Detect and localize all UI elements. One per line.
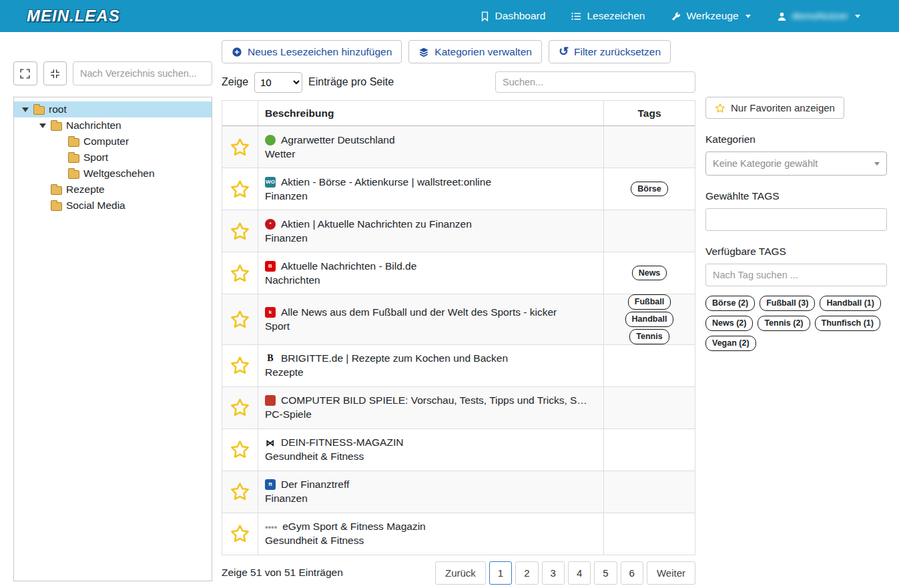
tag-pill[interactable]: Vegan (2) — [705, 336, 756, 351]
favorites-only-button[interactable]: Nur Favoriten anzeigen — [705, 97, 844, 119]
tag-pill[interactable]: Börse (2) — [705, 296, 755, 311]
bookmark-title[interactable]: Agrarwetter Deutschland — [281, 134, 395, 146]
tree-node-label: Nachrichten — [66, 119, 121, 131]
layers-icon — [418, 47, 429, 57]
tags-column-header[interactable]: Tags — [603, 101, 695, 125]
nav-dashboard[interactable]: Dashboard — [479, 10, 546, 22]
bookmark-tags-cell: News — [603, 252, 695, 294]
table-search-input[interactable] — [495, 71, 695, 93]
tag-pill[interactable]: Handball — [625, 312, 674, 327]
favorite-star-icon[interactable] — [230, 263, 250, 284]
tag-pill[interactable]: Thunfisch (1) — [815, 316, 880, 331]
bookmark-row[interactable]: B BRIGITTE.de | Rezepte zum Kochen und B… — [222, 345, 695, 387]
bookmark-row[interactable]: k Alle News aus dem Fußball und der Welt… — [222, 294, 695, 345]
tag-search-input[interactable] — [705, 264, 887, 286]
favorite-star-icon[interactable] — [230, 523, 250, 544]
page-number-button[interactable]: 4 — [568, 561, 591, 585]
collapse-all-button[interactable] — [43, 61, 67, 85]
favorite-star-icon[interactable] — [230, 481, 250, 502]
pagination: Zurück 123456 Weiter — [432, 561, 695, 585]
bookmark-tags-cell — [603, 387, 695, 428]
tree-node[interactable]: Weltgeschehen — [14, 166, 212, 182]
bookmark-row[interactable]: WO Aktien - Börse - Aktienkurse | wallst… — [222, 168, 695, 210]
selected-tags-input[interactable] — [705, 208, 887, 231]
favorite-star-icon[interactable] — [230, 355, 250, 376]
nav-lesezeichen[interactable]: Lesezeichen — [571, 10, 645, 22]
bookmark-title[interactable]: Der Finanztreff — [281, 479, 349, 491]
favorite-star-icon[interactable] — [230, 439, 250, 460]
pagination-next-button[interactable]: Weiter — [647, 561, 695, 585]
logo[interactable]: MEIN.LEAS — [27, 7, 120, 25]
page-number-button[interactable]: 5 — [594, 561, 617, 585]
bookmark-title-line: •••• eGym Sport & Fitness Magazin — [265, 521, 426, 533]
tree-node[interactable]: Sport — [14, 150, 212, 166]
tag-pill[interactable]: Börse — [631, 182, 667, 197]
expand-all-button[interactable] — [13, 61, 37, 85]
tag-pill[interactable]: Handball (1) — [820, 296, 881, 311]
page-number-button[interactable]: 6 — [621, 561, 643, 585]
category-select[interactable]: Keine Kategorie gewählt — [705, 152, 887, 176]
bookmark-tags-cell — [603, 429, 695, 471]
bookmark-title[interactable]: BRIGITTE.de | Rezepte zum Kochen und Bac… — [281, 352, 508, 364]
site-favicon: ⋈ — [265, 437, 276, 448]
nav-werkzeuge[interactable]: Werkzeuge — [670, 10, 750, 22]
bookmark-row[interactable]: ft Der Finanztreff Finanzen — [222, 471, 695, 513]
bookmark-title-line: COMPUTER BILD SPIELE: Vorschau, Tests, T… — [265, 394, 587, 406]
tag-pill[interactable]: Fußball (3) — [760, 296, 815, 311]
bookmark-title[interactable]: Aktien - Börse - Aktienkurse | wallstree… — [281, 176, 491, 188]
collapse-all-icon — [49, 68, 61, 79]
bookmark-title[interactable]: Alle News aus dem Fußball und der Welt d… — [281, 306, 557, 318]
favorite-cell — [222, 513, 258, 555]
bookmark-category: Gesundheit & Fitness — [265, 535, 364, 547]
pagination-prev-button[interactable]: Zurück — [435, 561, 486, 585]
folder-icon — [68, 138, 79, 147]
bookmark-title[interactable]: Aktien | Aktuelle Nachrichten zu Finanze… — [281, 218, 472, 230]
undo-icon — [559, 45, 569, 58]
bookmark-row[interactable]: * Aktien | Aktuelle Nachrichten zu Finan… — [222, 210, 695, 252]
favorite-star-icon[interactable] — [230, 221, 250, 242]
manage-categories-button[interactable]: Kategorien verwalten — [408, 40, 542, 63]
nav-user-menu[interactable]: demoNutzer — [776, 10, 860, 22]
tree-node[interactable]: Rezepte — [14, 182, 212, 198]
bookmark-title[interactable]: COMPUTER BILD SPIELE: Vorschau, Tests, T… — [281, 394, 587, 406]
page-size-select[interactable]: 10 — [254, 72, 302, 93]
bookmark-row[interactable]: COMPUTER BILD SPIELE: Vorschau, Tests, T… — [222, 387, 695, 429]
site-favicon: * — [265, 219, 276, 230]
bookmark-title[interactable]: eGym Sport & Fitness Magazin — [282, 521, 426, 533]
bookmark-category: Finanzen — [265, 232, 308, 244]
tree-node[interactable]: Computer — [14, 133, 212, 150]
favorite-star-icon[interactable] — [230, 137, 250, 158]
favorite-star-icon[interactable] — [230, 179, 250, 200]
bookmark-title[interactable]: Aktuelle Nachrichten - Bild.de — [281, 260, 416, 272]
bookmark-row[interactable]: Agrarwetter Deutschland Wetter — [222, 126, 695, 168]
tree-node[interactable]: root — [14, 101, 212, 117]
tree-node-label: Sport — [83, 152, 108, 164]
tag-pill[interactable]: Tennis (2) — [758, 316, 810, 331]
add-bookmark-button[interactable]: Neues Lesezeichen hinzufügen — [222, 40, 402, 63]
bookmark-row[interactable]: •••• eGym Sport & Fitness Magazin Gesund… — [222, 513, 695, 555]
description-column-header[interactable]: Beschreibung — [258, 101, 603, 125]
bookmark-category: Nachrichten — [265, 274, 320, 286]
favorite-star-icon[interactable] — [230, 309, 250, 330]
main-content: Neues Lesezeichen hinzufügen Kategorien … — [222, 40, 695, 585]
bookmark-table: Beschreibung Tags Agrarwetter Deutschlan… — [222, 100, 695, 555]
bookmark-row[interactable]: B Aktuelle Nachrichten - Bild.de Nachric… — [222, 252, 695, 294]
page-number-button[interactable]: 2 — [515, 561, 538, 585]
bookmark-title[interactable]: DEIN-FITNESS-MAGAZIN — [281, 436, 403, 449]
tag-pill[interactable]: News — [632, 266, 667, 281]
tag-pill[interactable]: Tennis — [629, 329, 669, 344]
tree-expand-caret-icon[interactable] — [21, 107, 29, 112]
page-number-button[interactable]: 1 — [489, 561, 512, 585]
tag-pill[interactable]: News (2) — [705, 316, 753, 331]
tree-node[interactable]: Social Media — [14, 198, 212, 214]
favorites-only-label: Nur Favoriten anzeigen — [731, 102, 835, 113]
page-number-button[interactable]: 3 — [542, 561, 565, 585]
bookmark-row[interactable]: ⋈ DEIN-FITNESS-MAGAZIN Gesundheit & Fitn… — [222, 429, 695, 471]
reset-filter-button[interactable]: Filter zurücksetzen — [549, 40, 671, 63]
tag-pill[interactable]: Fußball — [628, 294, 671, 310]
tree-expand-caret-icon[interactable] — [38, 123, 47, 128]
favorite-star-icon[interactable] — [230, 397, 250, 418]
tree-node[interactable]: Nachrichten — [14, 117, 212, 133]
site-favicon: WO — [265, 177, 276, 188]
directory-search-input[interactable] — [73, 61, 212, 85]
